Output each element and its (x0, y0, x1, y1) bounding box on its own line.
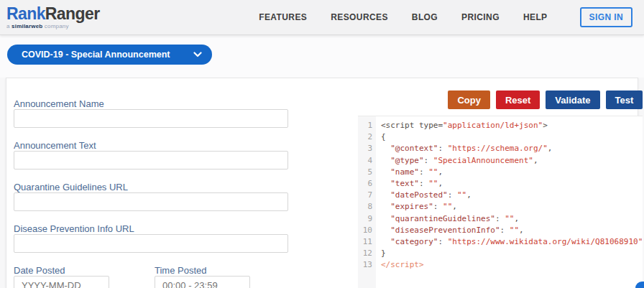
announcement-text-label: Announcement Text (14, 141, 358, 151)
quarantine-guidelines-url-input[interactable] (14, 192, 288, 211)
logo-ranger-text: Ranger (45, 4, 100, 23)
announcement-text-input[interactable] (14, 151, 288, 169)
validate-button[interactable]: Validate (546, 90, 599, 109)
copy-button[interactable]: Copy (448, 90, 490, 109)
date-posted-input[interactable] (14, 276, 109, 288)
nav-item-help[interactable]: HELP (523, 12, 548, 22)
quarantine-guidelines-url-label: Quarantine Guidelines URL (14, 182, 358, 192)
rankranger-logo[interactable]: RankRanger a similarweb company (6, 6, 100, 29)
code-line: "datePosted": "", (381, 190, 643, 201)
sign-in-button[interactable]: SIGN IN (580, 7, 632, 27)
code-column: Copy Reset Validate Test 123456789101112… (358, 78, 644, 288)
code-line: </script> (381, 259, 643, 271)
schema-type-dropdown[interactable]: COVID-19 - Special Announcement (7, 45, 212, 65)
announcement-name-label: Announcement Name (14, 99, 358, 109)
code-line: "name": "", (381, 167, 643, 178)
code-line: "quarantineGuidelines": "", (381, 213, 643, 225)
reset-button[interactable]: Reset (496, 90, 540, 109)
test-button[interactable]: Test (606, 90, 643, 109)
code-line: "diseasePreventionInfo": "", (381, 225, 643, 236)
tagline-suffix: company (42, 23, 68, 29)
code-line: "@type": "SpecialAnnouncement", (381, 155, 643, 167)
code-line: "expires": "", (381, 201, 643, 213)
code-line: "text": "", (381, 178, 643, 190)
announcement-form: Announcement Name Announcement Text Quar… (6, 78, 358, 288)
disease-prevention-info-url-input[interactable] (14, 234, 288, 253)
code-lines: <script type="application/ld+json">{ "@c… (376, 116, 643, 288)
announcement-name-input[interactable] (14, 109, 288, 128)
nav-item-blog[interactable]: BLOG (412, 12, 438, 22)
logo-tagline: a similarweb company (6, 24, 100, 29)
chevron-down-icon (193, 52, 202, 57)
code-line: } (381, 248, 643, 259)
code-line: <script type="application/ld+json"> (381, 120, 643, 131)
code-gutter: 12345678910111213 (358, 116, 376, 288)
disease-prevention-info-url-label: Disease Prevention Info URL (14, 224, 358, 234)
schema-type-label: COVID-19 - Special Announcement (22, 50, 170, 60)
logo-wordmark: RankRanger (6, 6, 100, 22)
code-line: { (381, 131, 643, 143)
code-line: "@context": "https://schema.org/", (381, 143, 643, 154)
nav-item-pricing[interactable]: PRICING (461, 12, 500, 22)
time-posted-label: Time Posted (155, 266, 250, 276)
logo-rank-text: Rank (6, 4, 45, 23)
action-buttons: Copy Reset Validate Test (358, 90, 643, 109)
tagline-brand: similarweb (12, 23, 42, 29)
nav-item-features[interactable]: FEATURES (259, 12, 307, 22)
code-line: "category": "https://www.wikidata.org/wi… (381, 236, 643, 248)
main-nav: FEATURES RESOURCES BLOG PRICING HELP SIG… (259, 7, 632, 27)
json-ld-code-panel: 12345678910111213 <script type="applicat… (358, 116, 643, 288)
date-posted-label: Date Posted (14, 266, 109, 276)
selector-band: COVID-19 - Special Announcement (0, 35, 644, 78)
generator-card: Announcement Name Announcement Text Quar… (6, 78, 638, 288)
time-posted-input[interactable] (155, 276, 250, 288)
nav-item-resources[interactable]: RESOURCES (331, 12, 388, 22)
site-header: RankRanger a similarweb company FEATURES… (0, 0, 644, 35)
